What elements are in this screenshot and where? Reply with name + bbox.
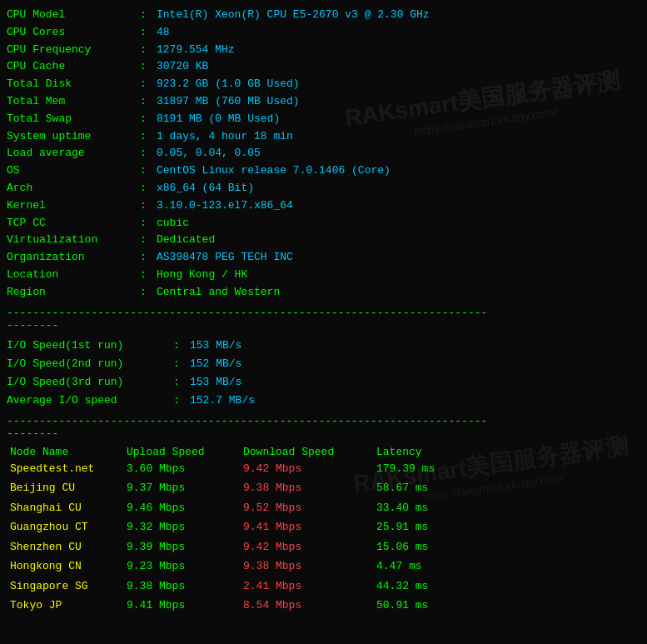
divider-1: ----------------------------------------…	[7, 307, 640, 332]
network-download: 9.41 Mbps	[240, 517, 373, 537]
network-upload: 9.23 Mbps	[123, 557, 240, 576]
org-row: Organization : AS398478 PEG TECH INC	[7, 249, 640, 267]
total-mem-value: 31897 MB (760 MB Used)	[157, 93, 300, 111]
network-node: Guangzhou CT	[7, 517, 123, 537]
cpu-cores-value: 48	[157, 24, 170, 42]
network-node: Tokyo JP	[7, 596, 123, 615]
kernel-value: 3.10.0-123.el7.x86_64	[157, 197, 293, 215]
io-run2-label: I/O Speed(2nd run)	[7, 355, 173, 373]
cpu-model-value: Intel(R) Xeon(R) CPU E5-2670 v3 @ 2.30 G…	[157, 7, 430, 24]
load-label: Load average	[7, 145, 140, 162]
io-avg-value: 152.7 MB/s	[190, 392, 255, 410]
io-run3-row: I/O Speed(3rd run) : 153 MB/s	[7, 373, 640, 392]
cpu-model-row: CPU Model : Intel(R) Xeon(R) CPU E5-2670…	[7, 7, 640, 24]
uptime-row: System uptime : 1 days, 4 hour 18 min	[7, 128, 640, 146]
network-row: Shanghai CU9.46 Mbps9.52 Mbps33.40 ms	[7, 498, 640, 517]
col-header-latency: Latency	[373, 445, 640, 459]
org-label: Organization	[7, 249, 140, 267]
network-node: Hongkong CN	[7, 557, 123, 576]
region-label: Region	[7, 284, 140, 302]
network-upload: 9.37 Mbps	[123, 478, 240, 497]
location-value: Hong Kong / HK	[157, 267, 247, 284]
network-row: Speedtest.net3.60 Mbps9.42 Mbps179.39 ms	[7, 459, 640, 478]
network-row: Beijing CU9.37 Mbps9.38 Mbps58.67 ms	[7, 478, 640, 497]
io-run1-value: 153 MB/s	[190, 337, 241, 355]
network-upload: 9.41 Mbps	[123, 596, 240, 615]
network-download: 9.38 Mbps	[240, 557, 373, 576]
tcp-cc-label: TCP CC	[7, 215, 140, 232]
location-row: Location : Hong Kong / HK	[7, 267, 640, 284]
network-row: Tokyo JP9.41 Mbps8.54 Mbps50.91 ms	[7, 596, 640, 615]
cpu-cores-label: CPU Cores	[7, 24, 140, 42]
network-download: 9.42 Mbps	[240, 537, 373, 557]
total-swap-row: Total Swap : 8191 MB (0 MB Used)	[7, 111, 640, 128]
network-header: Node Name Upload Speed Download Speed La…	[7, 445, 640, 459]
cpu-model-label: CPU Model	[7, 7, 140, 24]
virt-value: Dedicated	[157, 232, 215, 249]
network-row: Hongkong CN9.23 Mbps9.38 Mbps4.47 ms	[7, 557, 640, 576]
cpu-cache-row: CPU Cache : 30720 KB	[7, 58, 640, 76]
tcp-cc-row: TCP CC : cubic	[7, 215, 640, 232]
network-latency: 15.06 ms	[373, 537, 640, 557]
cpu-cache-value: 30720 KB	[157, 58, 208, 76]
kernel-row: Kernel : 3.10.0-123.el7.x86_64	[7, 197, 640, 215]
col-header-download: Download Speed	[240, 445, 373, 459]
io-run2-value: 152 MB/s	[190, 355, 241, 373]
network-node: Speedtest.net	[7, 459, 123, 478]
network-latency: 179.39 ms	[373, 459, 640, 478]
cpu-model-colon: :	[140, 7, 157, 24]
network-download: 8.54 Mbps	[240, 596, 373, 615]
kernel-label: Kernel	[7, 197, 140, 215]
uptime-value: 1 days, 4 hour 18 min	[157, 128, 293, 146]
load-row: Load average : 0.05, 0.04, 0.05	[7, 145, 640, 162]
cpu-freq-label: CPU Frequency	[7, 42, 140, 59]
total-disk-row: Total Disk : 923.2 GB (1.0 GB Used)	[7, 76, 640, 93]
network-latency: 25.91 ms	[373, 517, 640, 537]
cpu-cache-label: CPU Cache	[7, 58, 140, 76]
col-header-upload: Upload Speed	[123, 445, 240, 459]
total-swap-value: 8191 MB (0 MB Used)	[157, 111, 280, 128]
org-value: AS398478 PEG TECH INC	[157, 249, 293, 267]
network-download: 9.52 Mbps	[240, 498, 373, 517]
network-latency: 33.40 ms	[373, 498, 640, 517]
total-disk-value: 923.2 GB (1.0 GB Used)	[157, 76, 300, 93]
tcp-cc-value: cubic	[157, 215, 189, 232]
location-label: Location	[7, 267, 140, 284]
network-upload: 9.39 Mbps	[123, 537, 240, 557]
virt-row: Virtualization : Dedicated	[7, 232, 640, 249]
col-header-node: Node Name	[7, 445, 123, 459]
cpu-cores-row: CPU Cores : 48	[7, 24, 640, 42]
divider-2: ----------------------------------------…	[7, 415, 640, 440]
network-upload: 9.38 Mbps	[123, 577, 240, 596]
load-value: 0.05, 0.04, 0.05	[157, 145, 261, 162]
os-value: CentOS Linux release 7.0.1406 (Core)	[157, 162, 391, 180]
io-run2-row: I/O Speed(2nd run) : 152 MB/s	[7, 355, 640, 373]
io-avg-row: Average I/O speed : 152.7 MB/s	[7, 392, 640, 410]
main-content: CPU Model : Intel(R) Xeon(R) CPU E5-2670…	[7, 7, 640, 615]
network-upload: 9.46 Mbps	[123, 498, 240, 517]
arch-label: Arch	[7, 180, 140, 197]
network-node: Shenzhen CU	[7, 537, 123, 557]
network-upload: 9.32 Mbps	[123, 517, 240, 537]
cpu-freq-row: CPU Frequency : 1279.554 MHz	[7, 42, 640, 59]
cpu-freq-value: 1279.554 MHz	[157, 42, 235, 59]
arch-value: x86_64 (64 Bit)	[157, 180, 254, 197]
total-mem-label: Total Mem	[7, 93, 140, 111]
arch-row: Arch : x86_64 (64 Bit)	[7, 180, 640, 197]
io-run3-value: 153 MB/s	[190, 373, 241, 392]
network-node: Beijing CU	[7, 478, 123, 497]
os-row: OS : CentOS Linux release 7.0.1406 (Core…	[7, 162, 640, 180]
io-run3-label: I/O Speed(3rd run)	[7, 373, 173, 392]
network-upload: 3.60 Mbps	[123, 459, 240, 478]
network-node: Shanghai CU	[7, 498, 123, 517]
io-run1-row: I/O Speed(1st run) : 153 MB/s	[7, 337, 640, 355]
network-row: Shenzhen CU9.39 Mbps9.42 Mbps15.06 ms	[7, 537, 640, 557]
uptime-label: System uptime	[7, 128, 140, 146]
virt-label: Virtualization	[7, 232, 140, 249]
network-latency: 44.32 ms	[373, 577, 640, 596]
network-download: 9.38 Mbps	[240, 478, 373, 497]
total-swap-label: Total Swap	[7, 111, 140, 128]
io-avg-label: Average I/O speed	[7, 392, 173, 410]
network-row: Guangzhou CT9.32 Mbps9.41 Mbps25.91 ms	[7, 517, 640, 537]
network-table: Node Name Upload Speed Download Speed La…	[7, 445, 640, 616]
